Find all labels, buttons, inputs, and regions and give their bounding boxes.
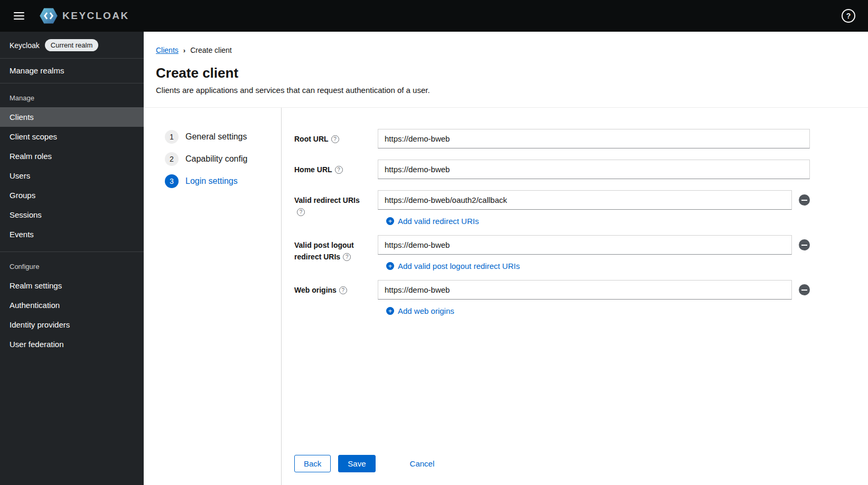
root-url-input[interactable] [378, 129, 810, 148]
brand-text: KEYCLOAK [62, 10, 129, 22]
home-url-input[interactable] [378, 160, 810, 179]
sidebar-item-events[interactable]: Events [0, 225, 144, 244]
chevron-right-icon: › [183, 46, 185, 54]
sidebar-item-users[interactable]: Users [0, 166, 144, 185]
wizard-nav: 1 General settings 2 Capability config 3… [144, 108, 282, 485]
field-home-url: Home URL? [294, 160, 810, 179]
field-label: Valid post logout redirect URIs? [294, 235, 378, 275]
sidebar-item-authentication[interactable]: Authentication [0, 295, 144, 315]
breadcrumb: Clients › Create client [156, 46, 855, 54]
topbar: KEYCLOAK ? [0, 0, 868, 32]
add-link-label: Add valid redirect URIs [398, 217, 479, 226]
page-subtitle: Clients are applications and services th… [156, 86, 855, 95]
add-link-label: Add web origins [398, 306, 454, 315]
plus-circle-icon: + [386, 307, 394, 315]
field-label: Root URL? [294, 129, 378, 148]
add-post-logout-redirect-uri-button[interactable]: + Add valid post logout redirect URIs [386, 262, 520, 271]
sidebar-item-identity-providers[interactable]: Identity providers [0, 315, 144, 334]
hamburger-menu-icon[interactable] [8, 5, 30, 26]
help-icon[interactable]: ? [842, 9, 855, 23]
add-valid-redirect-uri-button[interactable]: + Add valid redirect URIs [386, 217, 479, 226]
minus-icon [801, 290, 807, 291]
add-link-label: Add valid post logout redirect URIs [398, 262, 520, 271]
sidebar-item-realm-settings[interactable]: Realm settings [0, 276, 144, 295]
sidebar-item-sessions[interactable]: Sessions [0, 205, 144, 225]
breadcrumb-clients-link[interactable]: Clients [156, 46, 179, 54]
sidebar-item-groups[interactable]: Groups [0, 185, 144, 205]
keycloak-logo-icon [39, 7, 58, 24]
remove-redirect-uri-button[interactable] [799, 194, 810, 206]
question-circle-icon[interactable]: ? [343, 253, 351, 261]
field-label-text: Root URL [294, 135, 329, 143]
field-valid-redirect-uris: Valid redirect URIs? + Add valid redirec… [294, 190, 810, 230]
sidebar-item-clients[interactable]: Clients [0, 107, 144, 127]
field-label: Web origins? [294, 280, 378, 320]
wizard-step-capability-config[interactable]: 2 Capability config [165, 148, 281, 170]
field-label: Valid redirect URIs? [294, 190, 378, 230]
sidebar-item-client-scopes[interactable]: Client scopes [0, 127, 144, 146]
question-circle-icon[interactable]: ? [339, 286, 347, 294]
realm-switcher[interactable]: Keycloak Current realm [0, 32, 144, 59]
field-label: Home URL? [294, 160, 378, 179]
back-button[interactable]: Back [294, 455, 331, 472]
current-realm-badge: Current realm [45, 39, 98, 51]
question-circle-icon[interactable]: ? [335, 166, 343, 174]
field-web-origins: Web origins? + Add web origins [294, 280, 810, 320]
page-header: Clients › Create client Create client Cl… [144, 32, 868, 107]
step-number: 2 [165, 152, 179, 166]
keycloak-logo: KEYCLOAK [39, 7, 129, 24]
question-circle-icon[interactable]: ? [297, 208, 305, 216]
step-label: Capability config [185, 154, 247, 164]
field-valid-post-logout-redirect-uris: Valid post logout redirect URIs? + Add v… [294, 235, 810, 275]
step-label: Login settings [185, 176, 238, 186]
page-title: Create client [156, 65, 855, 81]
minus-icon [801, 200, 807, 201]
web-origins-input[interactable] [378, 280, 792, 300]
keycloak-admin-console: KEYCLOAK ? Keycloak Current realm Manage… [0, 0, 868, 485]
breadcrumb-current: Create client [190, 46, 232, 54]
plus-circle-icon: + [386, 262, 394, 270]
step-number: 1 [165, 130, 179, 144]
field-label-text: Web origins [294, 286, 337, 294]
field-root-url: Root URL? [294, 129, 810, 148]
realm-name: Keycloak [10, 41, 40, 50]
sidebar-section-configure: Configure [0, 252, 144, 276]
plus-circle-icon: + [386, 217, 394, 225]
field-label-text: Valid redirect URIs [294, 196, 360, 204]
field-label-text: Home URL [294, 165, 332, 174]
question-circle-icon[interactable]: ? [331, 135, 339, 143]
save-button[interactable]: Save [338, 455, 375, 472]
main-content: Clients › Create client Create client Cl… [144, 32, 868, 485]
sidebar-item-user-federation[interactable]: User federation [0, 334, 144, 354]
add-web-origins-button[interactable]: + Add web origins [386, 306, 454, 315]
minus-icon [801, 245, 807, 246]
create-client-wizard: 1 General settings 2 Capability config 3… [144, 107, 868, 485]
sidebar: Keycloak Current realm Manage realms Man… [0, 32, 144, 485]
remove-post-logout-uri-button[interactable] [799, 239, 810, 250]
cancel-button[interactable]: Cancel [401, 455, 444, 472]
remove-web-origin-button[interactable] [799, 284, 810, 295]
sidebar-section-manage: Manage [0, 83, 144, 107]
wizard-footer: Back Save Cancel [294, 442, 810, 472]
wizard-step-login-settings[interactable]: 3 Login settings [165, 170, 281, 192]
sidebar-item-realm-roles[interactable]: Realm roles [0, 146, 144, 166]
wizard-step-general-settings[interactable]: 1 General settings [165, 126, 281, 148]
sidebar-item-manage-realms[interactable]: Manage realms [0, 59, 144, 83]
login-settings-form: Root URL? Home URL? [282, 108, 868, 485]
valid-redirect-uri-input[interactable] [378, 190, 792, 210]
post-logout-redirect-uri-input[interactable] [378, 235, 792, 255]
step-label: General settings [185, 132, 247, 142]
step-number: 3 [165, 174, 179, 188]
